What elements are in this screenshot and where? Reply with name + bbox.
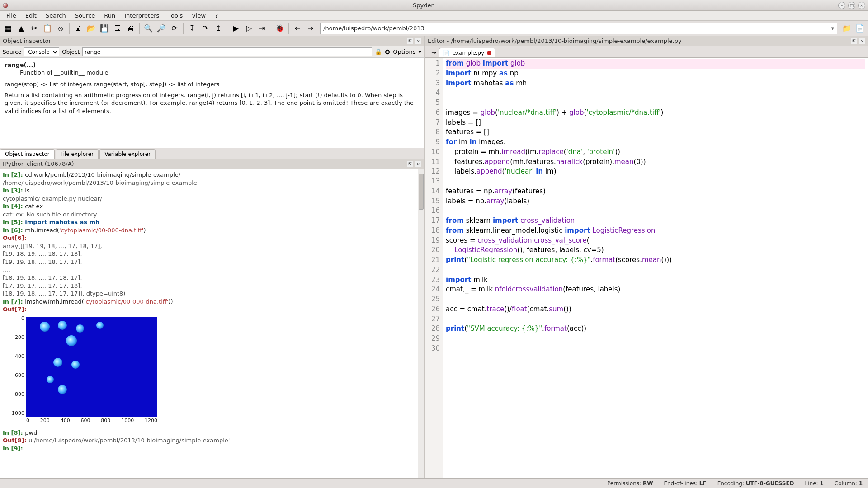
run-icon[interactable]: ▶ xyxy=(230,22,242,35)
copy-icon[interactable]: 📋 xyxy=(41,22,54,35)
step-over-icon[interactable]: ↷ xyxy=(199,22,212,35)
close-icon[interactable]: × xyxy=(858,2,865,9)
undock-icon[interactable]: ⇱ xyxy=(407,161,413,167)
code-line[interactable]: from glob import glob xyxy=(446,59,865,69)
code-line[interactable]: scores = cross_validation.cross_val_scor… xyxy=(446,236,865,246)
debug-icon[interactable]: 🐞 xyxy=(274,22,286,35)
code-line[interactable]: import numpy as np xyxy=(446,69,865,79)
object-input[interactable] xyxy=(82,47,372,56)
tab-example-py[interactable]: 📄 example.py xyxy=(439,48,495,57)
cut-icon[interactable]: ✂ xyxy=(28,22,41,35)
fwd-icon[interactable]: → xyxy=(304,22,317,35)
run-cell-icon[interactable]: ▷ xyxy=(243,22,255,35)
chevron-down-icon[interactable]: ▾ xyxy=(831,25,834,32)
step-out-icon[interactable]: ↥ xyxy=(212,22,225,35)
menu-search[interactable]: Search xyxy=(41,12,71,19)
menu-run[interactable]: Run xyxy=(99,12,120,19)
find-icon[interactable]: 🔍 xyxy=(142,22,155,35)
goto-icon[interactable]: → xyxy=(429,48,439,57)
code-line[interactable]: labels.append('nuclear' in im) xyxy=(446,167,865,177)
code-editor[interactable]: 1234567891011121314151617181920212223242… xyxy=(425,58,868,478)
scrollbar-thumb[interactable] xyxy=(419,174,424,210)
close-tab-icon[interactable] xyxy=(487,51,491,55)
code-line[interactable]: LogisticRegression(), features, labels, … xyxy=(446,245,865,255)
menu-interpreters[interactable]: Interpreters xyxy=(120,12,164,19)
undock-icon[interactable]: ⇱ xyxy=(851,38,857,44)
open-file-icon[interactable]: ▲ xyxy=(15,22,28,35)
save-icon[interactable]: 💾 xyxy=(98,22,111,35)
menu-view[interactable]: View xyxy=(187,12,210,19)
code-line[interactable]: for im in images: xyxy=(446,137,865,147)
code-line[interactable]: labels = [] xyxy=(446,118,865,128)
save-all-icon[interactable]: 🖫 xyxy=(111,22,124,35)
new-file-icon[interactable]: ▦ xyxy=(2,22,14,35)
close-pane-icon[interactable]: × xyxy=(415,38,421,44)
code-line[interactable]: protein = mh.imread(im.replace('dna', 'p… xyxy=(446,147,865,157)
minimize-icon[interactable]: – xyxy=(838,2,845,9)
scrollbar[interactable] xyxy=(418,169,424,478)
code-line[interactable]: print("SVM accuracy: {:%}".format(acc)) xyxy=(446,324,865,334)
code-line[interactable] xyxy=(446,334,865,344)
working-directory-field[interactable]: /home/luispedro/work/pembl/2013 ▾ xyxy=(320,23,837,34)
doc-signature: range(...) xyxy=(5,61,420,68)
code-line[interactable] xyxy=(446,344,865,354)
options-label[interactable]: Options xyxy=(393,48,415,55)
code-line[interactable]: from sklearn import cross_validation xyxy=(446,216,865,226)
pythonpath-icon[interactable]: 📁 xyxy=(840,22,853,35)
tab-variable-explorer[interactable]: Variable explorer xyxy=(99,149,156,159)
code-line[interactable]: features.append(mh.features.haralick(pro… xyxy=(446,157,865,167)
source-select[interactable]: Console xyxy=(24,47,59,56)
ipython-console[interactable]: In [2]: cd work/pembl/2013/10-bioimaging… xyxy=(0,169,424,478)
open-icon[interactable]: 📂 xyxy=(85,22,98,35)
menu-?[interactable]: ? xyxy=(210,12,222,19)
code-line[interactable] xyxy=(446,314,865,324)
code-line[interactable] xyxy=(446,265,865,275)
code-line[interactable]: images = glob('nuclear/*dna.tiff') + glo… xyxy=(446,108,865,118)
gear-icon[interactable]: ⚙ xyxy=(385,48,391,56)
stop-icon[interactable]: ⦸ xyxy=(54,22,67,35)
code-line[interactable]: print("Logistic regression accuracy: {:%… xyxy=(446,255,865,265)
code-line[interactable] xyxy=(446,206,865,216)
code-line[interactable] xyxy=(446,98,865,108)
tab-object-inspector[interactable]: Object inspector xyxy=(0,149,55,159)
plot-xtick: 1000 xyxy=(121,418,134,424)
close-pane-icon[interactable]: × xyxy=(859,38,865,44)
window-title: Spyder xyxy=(8,2,838,9)
code-line[interactable] xyxy=(446,177,865,187)
doc-icon[interactable]: 🗎 xyxy=(72,22,85,35)
code-line[interactable]: labels = np.array(labels) xyxy=(446,197,865,206)
code-line[interactable]: acc = cmat.trace()/float(cmat.sum()) xyxy=(446,305,865,314)
preferences-icon[interactable]: 📄 xyxy=(854,22,866,35)
plot-xtick: 1200 xyxy=(145,418,157,424)
maximize-icon[interactable]: □ xyxy=(848,2,855,9)
menu-file[interactable]: File xyxy=(2,12,21,19)
lock-icon[interactable]: 🔒 xyxy=(375,48,382,55)
ipython-title: IPython client (10678/A) xyxy=(3,160,74,167)
print-icon[interactable]: 🖨 xyxy=(124,22,137,35)
run-line-icon[interactable]: ⇥ xyxy=(256,22,269,35)
menu-edit[interactable]: Edit xyxy=(21,12,41,19)
line-gutter: 1234567891011121314151617181920212223242… xyxy=(425,58,443,478)
menu-source[interactable]: Source xyxy=(71,12,100,19)
back-icon[interactable]: ← xyxy=(291,22,304,35)
undock-icon[interactable]: ⇱ xyxy=(407,38,413,44)
menu-tools[interactable]: Tools xyxy=(164,12,187,19)
code-line[interactable]: import milk xyxy=(446,275,865,285)
code-line[interactable]: features = np.array(features) xyxy=(446,187,865,197)
chevron-down-icon[interactable]: ▾ xyxy=(418,48,421,55)
find-files-icon[interactable]: 🔎 xyxy=(155,22,168,35)
tab-file-explorer[interactable]: File explorer xyxy=(56,149,99,159)
separator xyxy=(69,23,70,34)
separator xyxy=(227,23,227,34)
code-line[interactable]: features = [] xyxy=(446,127,865,137)
close-pane-icon[interactable]: × xyxy=(415,161,421,167)
step-icon[interactable]: ↧ xyxy=(186,22,198,35)
refresh-icon[interactable]: ⟳ xyxy=(168,22,181,35)
code-line[interactable]: import mahotas as mh xyxy=(446,79,865,89)
code-line[interactable]: from sklearn.linear_model.logistic impor… xyxy=(446,226,865,236)
app-icon xyxy=(3,3,8,8)
code-line[interactable] xyxy=(446,88,865,98)
code-area[interactable]: from glob import globimport numpy as npi… xyxy=(443,58,868,478)
code-line[interactable] xyxy=(446,295,865,305)
code-line[interactable]: cmat,_ = milk.nfoldcrossvalidation(featu… xyxy=(446,285,865,295)
